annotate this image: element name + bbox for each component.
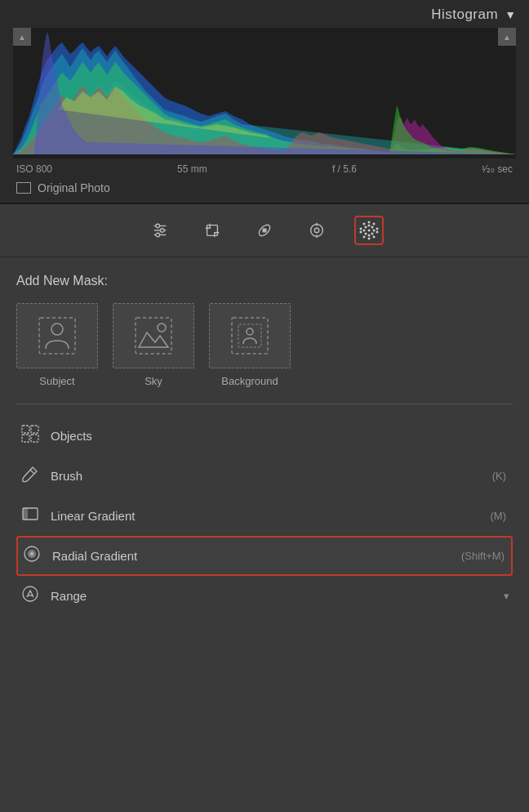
- original-photo-icon: [16, 182, 31, 194]
- svg-point-34: [368, 230, 371, 232]
- svg-point-13: [314, 228, 319, 233]
- histogram-header: Histogram ▼: [0, 0, 529, 28]
- linear-gradient-tool-shortcut: (M): [491, 510, 510, 522]
- sky-mask-icon-box: [113, 303, 194, 368]
- svg-point-36: [51, 323, 63, 335]
- svg-point-51: [30, 552, 33, 555]
- svg-point-12: [311, 225, 323, 237]
- svg-point-5: [160, 229, 164, 233]
- eye-target-tool-btn[interactable]: [302, 216, 331, 245]
- svg-point-26: [368, 225, 371, 227]
- radial-gradient-svg-icon: [23, 545, 41, 563]
- range-svg-icon: [21, 585, 39, 603]
- objects-icon: [20, 425, 41, 447]
- range-tool-label: Range: [51, 589, 492, 603]
- shutter-speed: ¹⁄₂₀ sec: [482, 163, 513, 175]
- range-arrow: ▾: [504, 590, 509, 602]
- svg-point-52: [23, 587, 38, 601]
- sky-mask-label: Sky: [144, 375, 162, 387]
- iso-value: ISO 800: [16, 163, 52, 175]
- svg-point-6: [156, 233, 160, 237]
- tool-list: Objects Brush (K) Linear Gradient (M: [16, 416, 513, 616]
- toolbar: [0, 204, 529, 257]
- range-icon: [20, 585, 41, 607]
- svg-rect-44: [22, 435, 29, 442]
- svg-rect-37: [136, 318, 171, 354]
- crop-transform-icon: [203, 221, 221, 239]
- svg-point-41: [247, 328, 253, 335]
- subject-icon: [38, 316, 77, 355]
- brush-tool-item[interactable]: Brush (K): [16, 456, 513, 496]
- masking-tool-btn[interactable]: [354, 216, 384, 245]
- histogram-panel: Histogram ▼ ▲ ▲: [0, 0, 529, 204]
- svg-point-16: [368, 221, 371, 224]
- svg-point-22: [363, 236, 366, 239]
- focal-length: 55 mm: [177, 163, 207, 175]
- subject-mask-card[interactable]: Subject: [16, 303, 98, 387]
- svg-rect-45: [31, 435, 38, 442]
- objects-svg-icon: [21, 425, 39, 443]
- histogram-dropdown-icon[interactable]: ▼: [505, 8, 516, 21]
- mask-panel: Add New Mask: Subject: [0, 257, 529, 624]
- sliders-icon: [151, 221, 169, 239]
- bandaid-icon: [256, 221, 273, 239]
- svg-rect-42: [22, 426, 29, 433]
- histogram-svg: [13, 28, 516, 158]
- svg-point-4: [156, 224, 160, 228]
- range-tool-item[interactable]: Range ▾: [16, 576, 513, 616]
- svg-point-19: [376, 231, 379, 234]
- adjustments-tool-btn[interactable]: [145, 216, 175, 245]
- brush-icon: [20, 465, 41, 487]
- subject-mask-label: Subject: [39, 375, 74, 387]
- histogram-chart: ▲ ▲: [13, 28, 516, 158]
- svg-point-32: [363, 230, 366, 232]
- linear-gradient-svg-icon: [21, 505, 39, 523]
- svg-point-38: [158, 323, 166, 332]
- objects-tool-label: Objects: [51, 429, 509, 443]
- sky-mask-card[interactable]: Sky: [113, 303, 194, 387]
- svg-point-23: [360, 231, 362, 234]
- svg-line-46: [30, 470, 34, 474]
- svg-point-33: [365, 226, 367, 229]
- healing-tool-btn[interactable]: [250, 216, 279, 245]
- radial-gradient-icon: [21, 545, 42, 567]
- svg-point-27: [371, 226, 374, 229]
- objects-tool-item[interactable]: Objects: [16, 416, 513, 456]
- histogram-meta: ISO 800 55 mm f / 5.6 ¹⁄₂₀ sec: [0, 158, 529, 175]
- transform-tool-btn[interactable]: [198, 216, 227, 245]
- background-mask-icon-box: [209, 303, 291, 368]
- svg-point-20: [373, 236, 376, 239]
- svg-point-25: [363, 223, 366, 225]
- linear-gradient-icon: [20, 505, 41, 527]
- svg-rect-7: [207, 225, 218, 236]
- background-mask-card[interactable]: Background: [209, 303, 291, 387]
- svg-point-18: [376, 228, 379, 230]
- original-photo-label: Original Photo: [38, 181, 110, 194]
- histogram-corner-tr-btn[interactable]: ▲: [498, 28, 516, 46]
- svg-point-28: [373, 230, 376, 232]
- sky-icon: [134, 316, 173, 355]
- mask-cards: Subject Sky: [16, 303, 513, 387]
- subject-mask-icon-box: [16, 303, 98, 368]
- original-photo-row[interactable]: Original Photo: [0, 175, 529, 194]
- svg-point-17: [373, 223, 376, 225]
- eye-target-icon: [308, 221, 326, 239]
- svg-rect-40: [238, 324, 261, 347]
- svg-rect-43: [31, 426, 38, 433]
- histogram-corner-tl-btn[interactable]: ▲: [13, 28, 31, 46]
- add-new-mask-label: Add New Mask:: [16, 274, 513, 288]
- linear-gradient-tool-item[interactable]: Linear Gradient (M): [16, 496, 513, 536]
- background-mask-label: Background: [221, 375, 278, 387]
- svg-point-29: [371, 233, 374, 235]
- radial-gradient-tool-item[interactable]: Radial Gradient (Shift+M): [16, 536, 513, 576]
- background-icon: [230, 316, 269, 355]
- svg-rect-48: [23, 508, 28, 520]
- radial-gradient-tool-shortcut: (Shift+M): [461, 550, 508, 562]
- linear-gradient-tool-label: Linear Gradient: [51, 509, 481, 523]
- brush-tool-label: Brush: [51, 469, 482, 483]
- brush-tool-shortcut: (K): [492, 470, 509, 482]
- svg-rect-11: [263, 229, 266, 232]
- histogram-title: Histogram: [431, 7, 498, 23]
- svg-rect-39: [232, 318, 268, 354]
- dots-grid-icon: [358, 219, 380, 242]
